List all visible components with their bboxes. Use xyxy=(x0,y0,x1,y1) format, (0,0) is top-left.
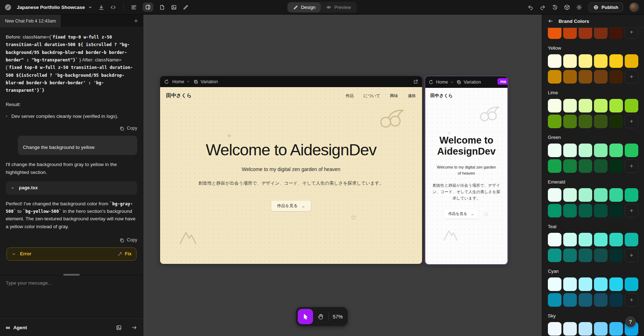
color-swatch[interactable] xyxy=(548,249,561,262)
color-swatch[interactable] xyxy=(609,188,623,202)
color-swatch[interactable] xyxy=(563,322,577,336)
zoom-level[interactable]: 57% xyxy=(333,314,343,320)
site-logo[interactable]: 田中さくら xyxy=(166,92,192,99)
color-swatch[interactable] xyxy=(548,144,561,157)
color-swatch[interactable] xyxy=(548,54,561,68)
add-color-button[interactable]: + xyxy=(625,70,638,84)
add-color-button[interactable]: + xyxy=(625,115,638,128)
color-swatch[interactable] xyxy=(609,159,623,173)
color-swatch[interactable] xyxy=(563,293,577,307)
copy-button[interactable]: Copy xyxy=(6,237,137,244)
color-swatch[interactable] xyxy=(594,293,608,307)
app-logo[interactable] xyxy=(5,4,11,10)
color-swatch[interactable] xyxy=(594,277,608,291)
page-selector[interactable]: Home xyxy=(436,80,454,85)
redo-icon[interactable] xyxy=(540,4,546,10)
error-banner[interactable]: Error Fix xyxy=(6,247,137,261)
color-swatch[interactable] xyxy=(609,70,623,84)
add-color-button[interactable]: + xyxy=(625,28,638,39)
help-button[interactable]: ? xyxy=(625,316,636,327)
color-swatch[interactable] xyxy=(563,233,577,246)
variation-button[interactable]: Variation xyxy=(193,79,218,84)
add-color-button[interactable]: + xyxy=(625,204,638,217)
color-swatch[interactable] xyxy=(594,28,608,39)
page-selector[interactable]: Home xyxy=(172,79,190,84)
add-color-button[interactable]: + xyxy=(625,249,638,262)
color-swatch[interactable] xyxy=(609,54,623,68)
color-swatch[interactable] xyxy=(579,54,592,68)
color-swatch[interactable] xyxy=(548,188,561,202)
color-swatch[interactable] xyxy=(548,277,561,291)
add-color-button[interactable]: + xyxy=(625,159,638,173)
color-swatch[interactable] xyxy=(563,277,577,291)
cube-icon[interactable] xyxy=(564,4,570,10)
color-swatch[interactable] xyxy=(625,54,638,68)
color-swatch[interactable] xyxy=(563,70,577,84)
code-icon[interactable] xyxy=(110,4,116,10)
copy-button[interactable]: Copy xyxy=(6,125,137,132)
color-swatch[interactable] xyxy=(563,159,577,173)
color-swatch[interactable] xyxy=(563,188,577,202)
color-swatch[interactable] xyxy=(579,188,592,202)
tab-design[interactable]: Design xyxy=(288,3,320,12)
color-swatch[interactable] xyxy=(579,115,592,128)
color-swatch[interactable] xyxy=(579,322,592,336)
site-logo[interactable]: 田中さくら xyxy=(430,93,453,99)
color-swatch[interactable] xyxy=(625,99,638,112)
color-swatch[interactable] xyxy=(594,204,608,217)
history-icon[interactable] xyxy=(552,4,558,10)
color-swatch[interactable] xyxy=(563,249,577,262)
agent-mode-button[interactable]: Agent xyxy=(13,325,27,330)
color-swatch[interactable] xyxy=(594,233,608,246)
nav-item-interests[interactable]: 興味 xyxy=(390,93,398,99)
color-swatch[interactable] xyxy=(563,115,577,128)
publish-button[interactable]: Publish xyxy=(588,2,623,12)
color-swatch[interactable] xyxy=(609,99,623,112)
color-swatch[interactable] xyxy=(548,99,561,112)
nav-item-works[interactable]: 作品 xyxy=(346,93,354,99)
color-swatch[interactable] xyxy=(609,28,623,39)
theme-sun-icon[interactable] xyxy=(576,4,582,10)
color-swatch[interactable] xyxy=(609,233,623,246)
tab-preview[interactable]: Preview xyxy=(321,3,356,12)
color-swatch[interactable] xyxy=(594,54,608,68)
color-swatch[interactable] xyxy=(594,144,608,157)
user-avatar[interactable] xyxy=(629,2,639,12)
back-arrow-icon[interactable] xyxy=(548,18,553,24)
color-swatch[interactable] xyxy=(548,70,561,84)
color-swatch[interactable] xyxy=(594,70,608,84)
fix-button[interactable]: Fix xyxy=(118,250,132,258)
color-swatch[interactable] xyxy=(563,28,577,39)
color-swatch[interactable] xyxy=(625,188,638,202)
hand-tool-icon[interactable] xyxy=(317,313,325,320)
chat-tab[interactable]: New Chat Feb 4 12:43am xyxy=(0,15,61,27)
select-tool-button[interactable] xyxy=(298,309,313,324)
variation-button[interactable]: Variation xyxy=(456,80,481,85)
file-chip-page-tsx[interactable]: page.tsx xyxy=(6,181,137,195)
color-swatch[interactable] xyxy=(609,204,623,217)
add-color-button[interactable]: + xyxy=(625,293,638,307)
color-swatch[interactable] xyxy=(579,293,592,307)
color-swatch[interactable] xyxy=(579,249,592,262)
color-swatch[interactable] xyxy=(579,204,592,217)
refresh-icon[interactable] xyxy=(164,79,169,84)
color-swatch[interactable] xyxy=(625,233,638,246)
color-swatch[interactable] xyxy=(579,144,592,157)
color-swatch[interactable] xyxy=(548,204,561,217)
color-swatch[interactable] xyxy=(594,322,608,336)
new-chat-plus-icon[interactable] xyxy=(133,18,139,24)
color-swatch[interactable] xyxy=(563,144,577,157)
view-works-button[interactable]: 作品を見る → xyxy=(444,209,479,219)
attach-image-icon[interactable] xyxy=(116,325,122,331)
mobile-frame[interactable]: Home Variation ma 田中さくら Welcome to Aides… xyxy=(425,76,507,264)
color-swatch[interactable] xyxy=(579,99,592,112)
undo-icon[interactable] xyxy=(527,4,534,10)
color-swatch[interactable] xyxy=(609,277,623,291)
send-arrow-icon[interactable] xyxy=(131,325,137,331)
draw-pencil-icon[interactable] xyxy=(183,4,189,10)
color-swatch[interactable] xyxy=(594,115,608,128)
nav-item-about[interactable]: について xyxy=(363,93,380,99)
color-swatch[interactable] xyxy=(579,70,592,84)
color-swatch[interactable] xyxy=(625,277,638,291)
color-swatch[interactable] xyxy=(579,277,592,291)
